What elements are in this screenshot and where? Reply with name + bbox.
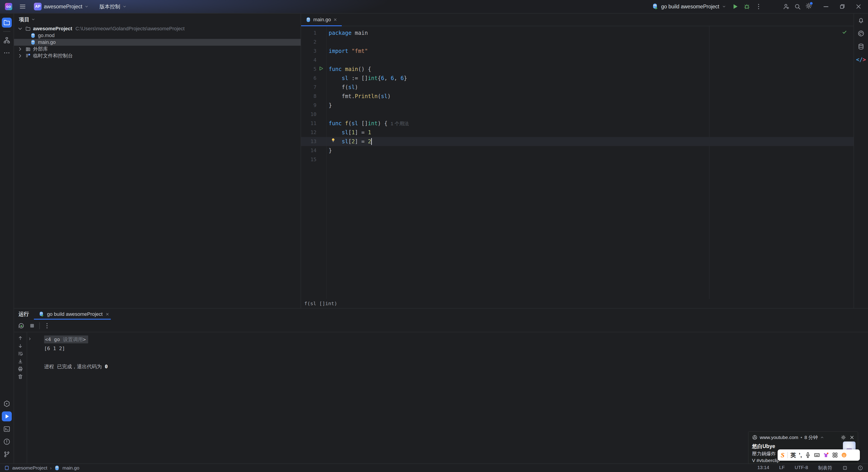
tree-item-awesomeproject[interactable]: awesomeProjectC:\Users\meowr\GolandProje… [14, 25, 301, 32]
close-icon[interactable] [855, 3, 862, 10]
mic-icon[interactable] [805, 452, 811, 458]
arrow-up-icon[interactable] [18, 336, 23, 341]
settings-gear-icon[interactable] [841, 435, 846, 440]
chevron-right-icon[interactable] [17, 53, 23, 59]
tab-main-go[interactable]: main.go [301, 13, 342, 26]
scratches-icon [25, 53, 31, 59]
restore-icon[interactable] [839, 3, 846, 10]
database-icon[interactable] [857, 43, 865, 50]
project-avatar[interactable]: AP [34, 3, 41, 10]
language-toggle[interactable]: 英 [790, 451, 796, 459]
status-item[interactable]: 制表符 [818, 465, 832, 471]
notifications-bell-icon[interactable] [857, 17, 865, 24]
gopher-icon [30, 33, 36, 38]
tree-item--[interactable]: 外部库 [14, 46, 301, 53]
status-item[interactable]: UTF-8 [795, 465, 808, 471]
intention-bulb-icon[interactable] [331, 138, 336, 143]
close-tab-icon[interactable] [105, 312, 110, 316]
status-more-icon[interactable] [858, 465, 863, 471]
structure-icon[interactable] [2, 35, 12, 45]
project-name-button[interactable]: awesomeProject [41, 2, 91, 11]
run-panel-header: 运行 go build awesomeProject [14, 309, 868, 320]
run-tab[interactable]: go build awesomeProject [39, 311, 110, 317]
keyboard-icon[interactable] [814, 452, 820, 458]
hamburger-icon[interactable] [19, 3, 26, 10]
print-icon[interactable] [18, 366, 23, 372]
terminal-icon[interactable] [2, 424, 12, 434]
close-tab-icon[interactable] [333, 18, 337, 22]
vcs-button[interactable]: 版本控制 [97, 2, 129, 11]
endpoints-icon[interactable]: </> [857, 56, 865, 63]
stop-icon[interactable] [29, 322, 36, 329]
ai-assistant-icon[interactable] [857, 30, 865, 37]
add-user-icon[interactable] [782, 3, 790, 10]
goland-window: GO AP awesomeProject 版本控制 go build aweso… [0, 0, 868, 472]
readonly-toggle-icon[interactable] [842, 465, 848, 471]
minimize-icon[interactable] [822, 3, 830, 10]
run-line-icon[interactable] [318, 66, 324, 71]
ime-toolbar[interactable]: S 英 ’, [778, 449, 860, 461]
breadcrumb-file[interactable]: main.go [62, 465, 79, 471]
inspections-ok-icon[interactable] [842, 29, 847, 35]
run-console[interactable]: <4 go 设置调用>[6 1 2]进程 已完成，退出代码为 0 [27, 332, 868, 464]
editor-tab-bar: main.go [301, 13, 854, 26]
line-number: 12 [301, 128, 316, 137]
chevron-down-icon[interactable] [17, 26, 23, 32]
settings-gear-button[interactable] [805, 2, 812, 11]
close-icon[interactable] [849, 435, 855, 440]
titlebar-right: go build awesomeProject [650, 2, 868, 11]
more-horizontal-icon[interactable] [2, 48, 12, 58]
run-play-icon[interactable] [732, 3, 739, 10]
emoji-icon[interactable] [841, 452, 847, 458]
skin-icon[interactable] [823, 452, 829, 458]
punctuation-toggle[interactable]: ’, [799, 452, 802, 459]
project-panel-header[interactable]: 项目 [14, 13, 301, 25]
tree-item--[interactable]: 临时文件和控制台 [14, 53, 301, 59]
console-line: <4 go 设置调用> [27, 335, 868, 344]
chevron-right-icon[interactable] [17, 46, 23, 52]
problems-icon[interactable] [2, 437, 12, 447]
code-line-4: 4 [301, 56, 854, 65]
divider [787, 452, 788, 458]
breadcrumb-project[interactable]: awesomeProject [12, 465, 47, 471]
chevron-down-icon [123, 4, 127, 8]
soft-wrap-icon[interactable] [18, 351, 23, 356]
status-item[interactable]: 13:14 [757, 465, 769, 471]
run-icon[interactable] [2, 411, 12, 421]
more-vertical-icon[interactable] [755, 3, 762, 10]
debug-bug-icon[interactable] [743, 3, 750, 10]
more-vertical-icon[interactable] [43, 322, 51, 329]
chevron-up-icon[interactable] [820, 435, 824, 439]
search-icon[interactable] [794, 3, 801, 10]
code-line-6: 6 sl := []int{6, 6, 6} [301, 74, 854, 83]
services-icon[interactable] [2, 399, 12, 409]
code-line-12: 12 sl[1] = 1 [301, 128, 854, 137]
status-item[interactable]: LF [779, 465, 785, 471]
grid-icon[interactable] [832, 452, 838, 458]
line-number: 8 [301, 92, 316, 101]
sogou-logo-icon[interactable]: S [781, 451, 784, 459]
line-number: 11 [301, 119, 316, 128]
folded-command[interactable]: <4 go 设置调用> [44, 336, 88, 343]
code-area[interactable]: 1package main23import "fmt"45func main()… [301, 26, 854, 299]
gopher-icon [30, 39, 36, 45]
clear-icon[interactable] [18, 374, 23, 379]
tree-item-main-go[interactable]: main.go [14, 39, 301, 46]
git-icon[interactable] [2, 449, 12, 459]
divider [39, 322, 40, 329]
project-folder-icon[interactable] [2, 18, 12, 28]
run-configuration-selector[interactable]: go build awesomeProject [650, 2, 728, 11]
tree-item-label: 临时文件和控制台 [33, 53, 73, 59]
fold-chevron-icon[interactable] [28, 337, 32, 341]
notification-time: 8 分钟 [804, 434, 818, 441]
inline-usage-hint[interactable]: 1 个用法 [391, 121, 409, 126]
status-breadcrumb[interactable]: awesomeProject › main.go [4, 465, 79, 471]
scroll-to-end-icon[interactable] [18, 358, 23, 364]
tree-item-go-mod[interactable]: go.mod [14, 32, 301, 39]
rerun-icon[interactable] [18, 322, 25, 329]
status-right: 13:14LFUTF-8制表符 [757, 465, 863, 471]
arrow-down-icon[interactable] [18, 343, 23, 349]
code-line-7: 7 f(sl) [301, 83, 854, 92]
tree-item-label: main.go [38, 39, 56, 45]
code-line-13: 13 sl[2] = 2 [301, 137, 854, 146]
